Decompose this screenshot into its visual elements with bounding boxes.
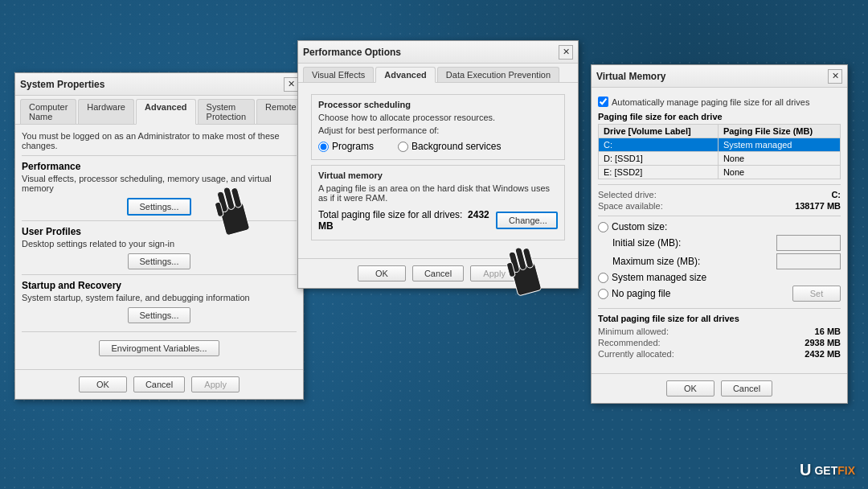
perf-options-content: Processor scheduling Choose how to alloc…: [298, 83, 578, 252]
max-size-input[interactable]: [776, 253, 841, 269]
total-section-title: Total paging file size for all drives: [598, 314, 841, 323]
space-available-row: Space available: 138177 MB: [598, 201, 841, 211]
perf-apply-button[interactable]: Apply: [470, 265, 518, 281]
auto-manage-label: Automatically manage paging file size fo…: [612, 97, 809, 107]
currently-allocated-label: Currently allocated:: [598, 349, 674, 359]
system-props-close-button[interactable]: ✕: [284, 77, 298, 92]
max-size-row: Maximum size (MB):: [612, 253, 841, 269]
selected-drive-label: Selected drive:: [598, 190, 657, 199]
min-allowed-label: Minimum allowed:: [598, 327, 669, 336]
processor-scheduling-section: Processor scheduling Choose how to alloc…: [311, 94, 565, 160]
performance-description: Visual effects, processor scheduling, me…: [22, 174, 297, 193]
initial-size-input[interactable]: [776, 235, 841, 251]
tab-dep[interactable]: Data Execution Prevention: [437, 67, 559, 82]
drive-table: Drive [Volume Label] Paging File Size (M…: [598, 124, 841, 179]
performance-section-label: Performance: [22, 161, 297, 172]
virtual-memory-close-button[interactable]: ✕: [828, 69, 842, 84]
no-paging-row: No paging file Set: [598, 286, 841, 302]
user-profiles-label: User Profiles: [22, 226, 297, 237]
drive-c-size: System managed: [718, 138, 840, 152]
processor-scheduling-description: Choose how to allocate processor resourc…: [318, 113, 558, 122]
table-row[interactable]: D: [SSD1] None: [599, 152, 841, 166]
tab-advanced[interactable]: Advanced: [136, 99, 196, 125]
startup-recovery-settings-button[interactable]: Settings...: [128, 307, 191, 323]
paging-file-section-label: Paging file size for each drive: [598, 112, 841, 121]
system-props-tabs: Computer Name Hardware Advanced System P…: [15, 96, 303, 125]
set-button[interactable]: Set: [792, 286, 841, 302]
programs-radio[interactable]: [318, 142, 329, 152]
drive-d-letter: D: [SSD1]: [599, 152, 719, 166]
selected-drive-value: C:: [831, 190, 841, 199]
tab-computer-name[interactable]: Computer Name: [20, 99, 76, 124]
virtual-memory-content: Automatically manage paging file size fo…: [592, 88, 847, 367]
startup-recovery-description: System startup, system failure, and debu…: [22, 293, 297, 302]
virtual-memory-section: Virtual memory A paging file is an area …: [311, 165, 565, 240]
min-allowed-row: Minimum allowed: 16 MB: [598, 327, 841, 336]
perf-options-title: Performance Options: [303, 47, 401, 58]
system-managed-radio[interactable]: [598, 273, 608, 283]
recommended-row: Recommended: 2938 MB: [598, 338, 841, 347]
virtual-memory-titlebar: Virtual Memory ✕: [592, 65, 847, 88]
tab-hardware[interactable]: Hardware: [78, 99, 134, 124]
drive-e-size: None: [718, 166, 840, 179]
system-props-content: You must be logged on as an Administrato…: [15, 125, 303, 363]
drive-d-size: None: [718, 152, 840, 166]
virtual-memory-window: Virtual Memory ✕ Automatically manage pa…: [591, 64, 848, 404]
no-paging-radio[interactable]: [598, 289, 608, 299]
system-props-cancel-button[interactable]: Cancel: [133, 376, 185, 392]
perf-options-tabs: Visual Effects Advanced Data Execution P…: [298, 64, 578, 83]
system-props-title: System Properties: [20, 79, 104, 90]
system-props-ok-button[interactable]: OK: [79, 376, 127, 392]
system-managed-label: System managed size: [612, 272, 706, 283]
programs-radio-group: Programs: [318, 141, 374, 152]
total-paging-text: Total paging file size for all drives:: [318, 209, 462, 220]
perf-options-close-button[interactable]: ✕: [559, 45, 573, 60]
startup-recovery-label: Startup and Recovery: [22, 280, 297, 291]
tab-advanced-perf[interactable]: Advanced: [375, 67, 436, 83]
background-radio-group: Background services: [398, 141, 501, 152]
no-paging-label: No paging file: [612, 288, 670, 299]
virtual-memory-section-label: Virtual memory: [318, 171, 558, 180]
system-props-apply-button[interactable]: Apply: [191, 376, 240, 392]
min-allowed-value: 16 MB: [815, 327, 841, 336]
vm-cancel-button[interactable]: Cancel: [721, 380, 772, 397]
custom-size-radio[interactable]: [598, 222, 608, 232]
brand-name: GETFIX: [814, 464, 855, 477]
recommended-label: Recommended:: [598, 338, 661, 347]
paging-size-col-header: Paging File Size (MB): [718, 125, 840, 138]
tab-system-protection[interactable]: System Protection: [198, 99, 256, 124]
user-profiles-description: Desktop settings related to your sign-in: [22, 239, 297, 249]
custom-size-label: Custom size:: [612, 221, 667, 232]
env-variables-button[interactable]: Envirogment Variables...: [99, 340, 219, 356]
performance-settings-button[interactable]: Settings...: [127, 198, 192, 216]
drive-e-letter: E: [SSD2]: [599, 166, 719, 179]
auto-manage-checkbox[interactable]: [598, 97, 608, 107]
space-available-label: Space available:: [598, 201, 663, 211]
system-managed-group: System managed size: [598, 272, 841, 283]
adjust-label: Adjust for best performance of:: [318, 125, 558, 135]
table-row[interactable]: E: [SSD2] None: [599, 166, 841, 179]
vm-ok-button[interactable]: OK: [666, 380, 714, 397]
user-profiles-settings-button[interactable]: Settings...: [128, 253, 191, 269]
max-size-label: Maximum size (MB):: [612, 256, 700, 267]
drive-c-letter: C:: [599, 138, 719, 152]
auto-manage-group: Automatically manage paging file size fo…: [598, 97, 841, 107]
total-section: Total paging file size for all drives Mi…: [598, 308, 841, 359]
processor-scheduling-label: Processor scheduling: [318, 100, 558, 109]
table-row[interactable]: C: System managed: [599, 138, 841, 152]
brand-fix: FIX: [837, 464, 855, 477]
perf-ok-button[interactable]: OK: [358, 265, 406, 281]
recommended-value: 2938 MB: [805, 338, 841, 347]
virtual-memory-bottom-buttons: OK Cancel: [592, 373, 847, 403]
system-properties-window: System Properties ✕ Computer Name Hardwa…: [14, 72, 304, 400]
background-radio[interactable]: [398, 142, 408, 152]
admin-note: You must be logged on as an Administrato…: [22, 131, 297, 150]
virtual-memory-title: Virtual Memory: [596, 71, 665, 82]
change-button[interactable]: Change...: [496, 212, 558, 229]
brand-get: GET: [814, 464, 837, 477]
perf-cancel-button[interactable]: Cancel: [412, 265, 464, 281]
total-paging-label: Total paging file size for all drives: 2…: [318, 209, 496, 232]
no-paging-group: No paging file: [598, 288, 670, 299]
tab-visual-effects[interactable]: Visual Effects: [303, 67, 374, 82]
perf-options-bottom-buttons: OK Cancel Apply: [298, 258, 578, 288]
